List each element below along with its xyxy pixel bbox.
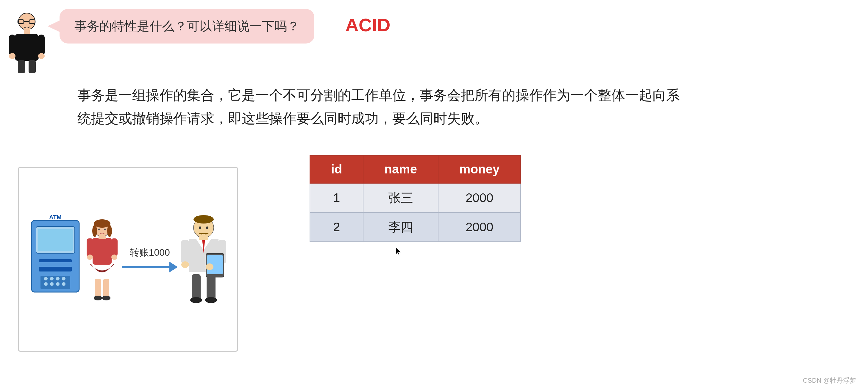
table-cell-r0-c2: 2000: [438, 183, 521, 213]
avatar: [9, 12, 51, 78]
svg-rect-56: [207, 274, 216, 300]
arrow-head: [169, 262, 178, 272]
svg-point-9: [38, 53, 45, 59]
svg-rect-34: [98, 236, 106, 239]
svg-point-20: [56, 277, 60, 280]
watermark: CSDN @牡丹浮梦: [803, 376, 856, 385]
acid-label: ACID: [345, 14, 391, 35]
table-cell-r1-c0: 2: [310, 213, 363, 242]
svg-point-32: [104, 229, 106, 230]
svg-point-44: [193, 215, 214, 224]
svg-point-58: [205, 297, 217, 303]
description-text: 事务是一组操作的集合，它是一个不可分割的工作单位，事务会把所有的操作作为一个整体…: [78, 83, 839, 130]
database-table: id name money 1张三20002李四2000: [310, 155, 521, 242]
svg-rect-5: [15, 34, 39, 61]
svg-text:ATM: ATM: [49, 215, 62, 221]
table-cell-r0-c1: 张三: [363, 183, 438, 213]
speech-bubble: 事务的特性是什么？可以详细说一下吗？: [60, 9, 314, 44]
svg-point-45: [199, 226, 201, 229]
table-header-name: name: [363, 155, 438, 183]
svg-point-42: [102, 296, 111, 300]
svg-rect-4: [24, 29, 30, 34]
svg-rect-48: [199, 237, 208, 240]
svg-rect-15: [39, 259, 72, 262]
svg-point-24: [56, 282, 60, 286]
svg-point-37: [87, 254, 93, 260]
table-cell-r0-c0: 1: [310, 183, 363, 213]
illustration-box: ATM: [18, 167, 238, 352]
svg-point-19: [50, 277, 54, 280]
svg-point-25: [62, 282, 65, 286]
svg-point-29: [92, 225, 97, 237]
svg-rect-49: [181, 240, 189, 264]
table-cell-r1-c1: 李四: [363, 213, 438, 242]
svg-rect-6: [9, 34, 16, 55]
svg-point-30: [107, 225, 112, 237]
svg-point-57: [190, 297, 202, 303]
svg-point-21: [62, 277, 65, 280]
person-icon: [9, 12, 45, 75]
svg-point-18: [44, 277, 48, 280]
table-row: 1张三2000: [310, 183, 521, 213]
atm-icon: ATM: [29, 215, 82, 304]
transfer-label: 转账1000: [130, 246, 170, 259]
table-row: 2李四2000: [310, 213, 521, 242]
table-header-id: id: [310, 155, 363, 183]
svg-point-41: [94, 296, 102, 300]
svg-point-46: [206, 226, 208, 229]
arrow-shaft: [122, 266, 169, 268]
description-line2: 统提交或撤销操作请求，即这些操作要么同时成功，要么同时失败。: [78, 111, 488, 126]
speech-bubble-text: 事务的特性是什么？可以详细说一下吗？: [74, 19, 300, 33]
svg-rect-7: [38, 34, 45, 55]
svg-point-22: [44, 282, 48, 286]
svg-rect-33: [93, 238, 112, 264]
girl-icon: [84, 218, 120, 301]
svg-point-28: [94, 219, 111, 228]
arrow-line: [122, 262, 178, 272]
description-line1: 事务是一组操作的集合，它是一个不可分割的工作单位，事务会把所有的操作作为一个整体…: [78, 87, 680, 103]
svg-marker-59: [396, 247, 401, 256]
svg-rect-40: [103, 279, 109, 298]
svg-rect-11: [29, 60, 36, 73]
svg-point-38: [111, 254, 117, 260]
svg-rect-10: [18, 60, 25, 73]
svg-point-8: [9, 53, 16, 59]
svg-rect-35: [87, 239, 93, 256]
svg-point-54: [206, 263, 213, 270]
svg-rect-14: [38, 229, 73, 251]
table-header-money: money: [438, 155, 521, 183]
svg-rect-39: [95, 279, 101, 298]
svg-point-51: [181, 261, 189, 268]
table-cell-r1-c2: 2000: [438, 213, 521, 242]
atm-scene: ATM: [19, 168, 237, 351]
svg-rect-55: [192, 274, 200, 300]
businessman-icon: [180, 215, 227, 304]
svg-point-23: [50, 282, 54, 286]
cursor-icon: [396, 247, 402, 256]
svg-rect-16: [39, 267, 72, 272]
svg-rect-36: [111, 239, 118, 256]
svg-point-31: [98, 229, 100, 230]
transfer-arrow: 转账1000: [122, 246, 178, 272]
